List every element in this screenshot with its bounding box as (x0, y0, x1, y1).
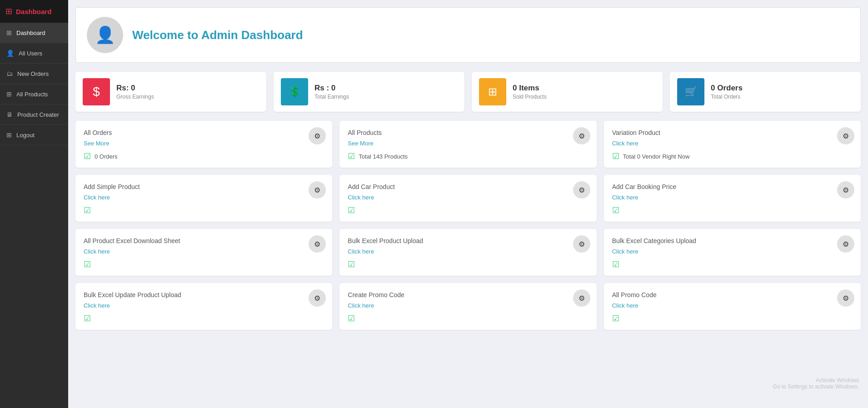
total-orders-label: Total Orders (711, 94, 743, 100)
card-all-product-excel-download-btn[interactable]: ⚙ (309, 235, 326, 253)
card-add-car-booking-price-footer: ☑ (612, 205, 853, 215)
sidebar-item-dashboard[interactable]: ⊞ Dashboard (0, 23, 68, 43)
card-variation-product-footer: ☑ Total 0 Vendor Right Now (612, 151, 853, 161)
check-icon-2: ☑ (348, 151, 355, 161)
product-creater-icon: 🖥 (6, 111, 13, 118)
sidebar-item-all-products[interactable]: ⊞ All Products (0, 84, 68, 104)
check-icon-8: ☑ (348, 259, 355, 269)
grid-icon: ⊞ (488, 85, 497, 98)
card-variation-product: Variation Product Click here ☑ Total 0 V… (604, 121, 861, 168)
orders-icon: 🗂 (6, 70, 13, 77)
cart-icon: 🛒 (685, 86, 697, 98)
gross-earnings-label: Gross Earnings (116, 94, 154, 100)
card-bulk-excel-product-upload: Bulk Excel Product Upload Click here ☑ ⚙ (339, 229, 596, 276)
card-all-orders-link[interactable]: See More (84, 140, 109, 147)
card-all-product-excel-download-footer: ☑ (84, 259, 324, 269)
card-all-promo-code-link[interactable]: Click here (612, 302, 639, 309)
card-create-promo-code-btn[interactable]: ⚙ (573, 289, 590, 307)
card-all-orders: All Orders See More ☑ 0 Orders ⚙ (75, 121, 332, 168)
card-add-car-booking-price-title: Add Car Booking Price (612, 183, 853, 190)
card-all-promo-code-btn[interactable]: ⚙ (837, 289, 854, 307)
gross-earnings-value: Rs: 0 (116, 84, 154, 93)
total-earnings-info: Rs : 0 Total Earnings (314, 84, 349, 100)
card-variation-product-btn[interactable]: ⚙ (837, 127, 854, 144)
card-add-car-product-btn[interactable]: ⚙ (573, 181, 590, 199)
card-bulk-excel-product-upload-link[interactable]: Click here (348, 248, 374, 255)
card-add-car-booking-price-btn[interactable]: ⚙ (837, 181, 854, 199)
welcome-title: Welcome to Admin Dashboard (132, 28, 303, 42)
card-bulk-excel-update-product-upload-footer: ☑ (84, 313, 324, 323)
card-bulk-excel-product-upload-title: Bulk Excel Product Upload (348, 237, 588, 244)
total-earnings-icon-box: 💲 (281, 78, 308, 105)
check-icon-7: ☑ (84, 259, 91, 269)
products-icon: ⊞ (6, 90, 12, 98)
users-icon: 👤 (6, 50, 14, 57)
card-create-promo-code-link[interactable]: Click here (348, 302, 374, 309)
card-variation-product-title: Variation Product (612, 129, 853, 136)
card-add-simple-product-footer: ☑ (84, 205, 324, 215)
card-add-car-product-title: Add Car Product (348, 183, 588, 190)
card-add-simple-product-btn[interactable]: ⚙ (309, 181, 326, 199)
card-create-promo-code-title: Create Promo Code (348, 291, 588, 299)
sidebar-item-logout[interactable]: ⊞ Logout (0, 125, 68, 145)
check-icon-6: ☑ (612, 205, 619, 215)
dollar-sign-icon: $ (93, 85, 100, 99)
card-all-orders-title: All Orders (84, 129, 324, 136)
card-bulk-excel-update-product-upload-link[interactable]: Click here (84, 302, 110, 309)
card-add-simple-product-link[interactable]: Click here (84, 194, 110, 201)
sidebar-item-label-all-users: All Users (19, 50, 42, 57)
check-icon-9: ☑ (612, 259, 619, 269)
gross-earnings-info: Rs: 0 Gross Earnings (116, 84, 154, 100)
dashboard-icon: ⊞ (6, 29, 12, 36)
stat-gross-earnings: $ Rs: 0 Gross Earnings (75, 72, 266, 112)
card-bulk-excel-update-product-upload: Bulk Excel Update Product Upload Click h… (75, 283, 332, 330)
check-icon-4: ☑ (84, 205, 91, 215)
total-earnings-label: Total Earnings (314, 94, 349, 100)
sold-products-info: 0 Items Sold Products (513, 84, 547, 100)
sold-products-value: 0 Items (513, 84, 547, 93)
sidebar-item-label-product-creater: Product Creater (17, 111, 59, 118)
card-all-product-excel-download: All Product Excel Download Sheet Click h… (75, 229, 332, 276)
check-icon-3: ☑ (612, 151, 619, 161)
card-add-simple-product-title: Add Simple Product (84, 183, 324, 190)
sidebar-logo: ⊞ Dashboard (0, 0, 68, 23)
card-add-car-product-link[interactable]: Click here (348, 194, 374, 201)
card-all-promo-code-title: All Promo Code (612, 291, 853, 299)
total-earnings-value: Rs : 0 (314, 84, 349, 93)
check-icon-5: ☑ (348, 205, 355, 215)
card-add-car-booking-price-link[interactable]: Click here (612, 194, 639, 201)
card-variation-product-link[interactable]: Click here (612, 140, 639, 147)
card-bulk-excel-categories-upload: Bulk Excel Categories Upload Click here … (604, 229, 861, 276)
sidebar-item-label-new-orders: New Orders (17, 70, 49, 77)
sidebar-item-all-users[interactable]: 👤 All Users (0, 43, 68, 64)
welcome-card: 👤 Welcome to Admin Dashboard (75, 7, 861, 63)
card-all-promo-code: All Promo Code Click here ☑ ⚙ (604, 283, 861, 330)
card-bulk-excel-product-upload-btn[interactable]: ⚙ (573, 235, 590, 253)
sold-products-icon-box: ⊞ (479, 78, 506, 105)
card-bulk-excel-categories-upload-btn[interactable]: ⚙ (837, 235, 854, 253)
card-all-products-link[interactable]: See More (348, 140, 373, 147)
sidebar-item-label-all-products: All Products (16, 91, 48, 98)
card-all-product-excel-download-link[interactable]: Click here (84, 248, 110, 255)
sidebar-item-new-orders[interactable]: 🗂 New Orders (0, 64, 68, 84)
card-bulk-excel-categories-upload-title: Bulk Excel Categories Upload (612, 237, 853, 244)
gross-earnings-icon-box: $ (83, 78, 110, 105)
card-all-orders-count: 0 Orders (95, 153, 118, 160)
dashboard-logo-icon: ⊞ (5, 6, 12, 16)
sidebar-item-product-creater[interactable]: 🖥 Product Creater (0, 104, 68, 125)
card-bulk-excel-update-product-upload-title: Bulk Excel Update Product Upload (84, 291, 324, 299)
stat-sold-products: ⊞ 0 Items Sold Products (472, 72, 663, 112)
check-icon: ☑ (84, 151, 91, 161)
sidebar-item-label-logout: Logout (16, 132, 35, 139)
card-all-products-btn[interactable]: ⚙ (573, 127, 590, 144)
avatar: 👤 (87, 17, 123, 53)
card-bulk-excel-categories-upload-link[interactable]: Click here (612, 248, 639, 255)
total-orders-value: 0 Orders (711, 84, 743, 93)
card-all-products: All Products See More ☑ Total 143 Produc… (339, 121, 596, 168)
card-add-car-product: Add Car Product Click here ☑ ⚙ (339, 175, 596, 222)
card-all-orders-btn[interactable]: ⚙ (309, 127, 326, 144)
total-orders-info: 0 Orders Total Orders (711, 84, 743, 100)
sidebar: ⊞ Dashboard ⊞ Dashboard 👤 All Users 🗂 Ne… (0, 0, 68, 408)
logout-icon: ⊞ (6, 131, 12, 139)
card-bulk-excel-update-product-upload-btn[interactable]: ⚙ (309, 289, 326, 307)
